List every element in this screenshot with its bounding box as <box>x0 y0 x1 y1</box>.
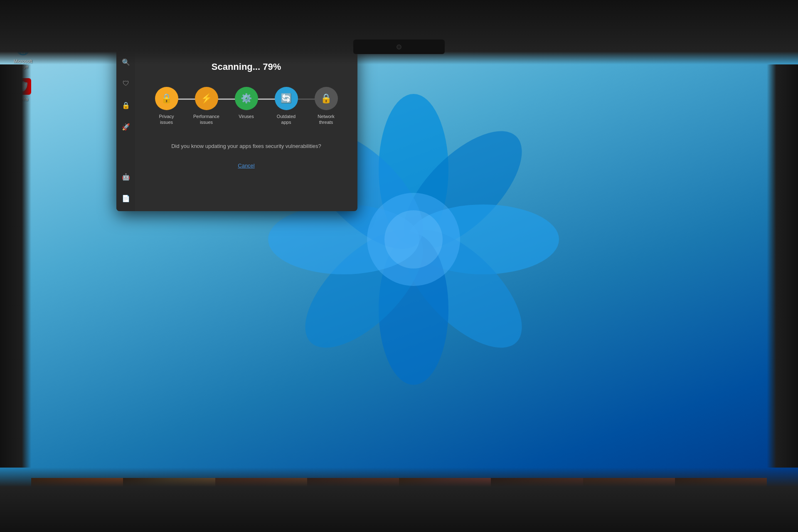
scan-steps: 🔒 Privacy issues ⚡ Performanceissues <box>147 87 346 126</box>
widgets-icon[interactable]: 🎨 <box>783 518 792 526</box>
avira-logo: A <box>121 37 129 45</box>
speaker-icon[interactable]: 🔊 <box>718 518 726 526</box>
notification-icon[interactable]: 🔔 <box>773 519 780 525</box>
account-label: My account <box>232 38 257 44</box>
search-icon: 🔍 <box>298 519 304 525</box>
taskbar-app-store[interactable]: 🛍️ <box>439 515 454 530</box>
taskbar-app-firefox[interactable]: 🦊 <box>376 515 391 530</box>
gear-icon[interactable]: ⚙ <box>283 37 292 45</box>
account-lock-icon: 🔒 <box>224 38 230 44</box>
window-title: Avira Prime <box>132 38 204 44</box>
recycle-bin-image: 🗑️ <box>15 8 31 25</box>
taskbar-app-edge[interactable]: 🌐 <box>407 515 422 530</box>
mail-icon[interactable]: ✉ <box>207 37 216 45</box>
account-chevron-icon: ▾ <box>259 38 261 44</box>
avira-label: Avira <box>18 96 28 102</box>
recycle-bin-icon[interactable]: 🗑️ Recycle Bin <box>8 8 37 32</box>
taskbar: 🌙 56°FClear ⊞ 🔍 Search 🦊 📁 🌐 🌐 🛍️ ⚙️ 📺 👥… <box>0 512 798 532</box>
desktop-background: 🗑️ Recycle Bin 🌐 Microsoft Edge 🛡️ Avira… <box>0 0 798 532</box>
tip-text: Did you know updating your apps fixes se… <box>171 142 321 150</box>
maximize-button[interactable]: ⊡ <box>325 35 337 47</box>
weather-info: 56°FClear <box>15 498 26 510</box>
taskbar-app-explorer[interactable]: 📁 <box>392 515 406 530</box>
microsoft-edge-label: Microsoft Edge <box>8 59 37 69</box>
clock-date: 8/7/2024 <box>750 522 770 528</box>
taskbar-apps: 🦊 📁 🌐 🌐 🛍️ ⚙️ 📺 👥 🛡️ <box>376 515 517 530</box>
search-bar[interactable]: 🔍 Search <box>291 517 374 527</box>
avira-window: A Avira Prime ✉ 🔒 My account ▾ ⊡ ⚙ ? — ⊡… <box>116 33 357 211</box>
desktop-icons-area: 🗑️ Recycle Bin 🌐 Microsoft Edge 🛡️ Avira <box>8 8 37 102</box>
window-body: 🔍 🛡 🔒 🚀 🤖 📄 Scanning... 79% 🔒 <box>116 49 357 211</box>
scanning-status: Scanning... 79% <box>212 62 281 72</box>
recycle-bin-label: Recycle Bin <box>11 27 35 32</box>
weather-icon: 🌙 <box>6 501 13 508</box>
battery-icon[interactable]: 🔋 <box>740 519 747 525</box>
taskbar-app-edge2[interactable]: 🌐 <box>423 515 438 530</box>
search-placeholder: Search <box>307 519 323 525</box>
sidebar-rocket-icon[interactable]: 🚀 <box>119 120 133 133</box>
sidebar-document-icon[interactable]: 📄 <box>119 192 133 205</box>
account-button[interactable]: 🔒 My account ▾ <box>221 37 265 45</box>
scan-step-outdated: 🔄 Outdated apps <box>266 87 306 126</box>
taskbar-center: ⊞ 🔍 Search 🦊 📁 🌐 🌐 🛍️ ⚙️ 📺 👥 🛡️ <box>83 515 708 530</box>
help-icon[interactable]: ? <box>297 37 303 45</box>
sidebar-search-icon[interactable]: 🔍 <box>119 55 133 69</box>
titlebar-controls: ✉ 🔒 My account ▾ ⊡ ⚙ ? — ⊡ ✕ <box>207 35 353 47</box>
scan-step-network: 🔒 Network threats <box>306 87 346 126</box>
scan-step-viruses: ⚙️ Viruses <box>227 87 266 119</box>
taskbar-app-avira[interactable]: 🛡️ <box>502 515 517 530</box>
minimize-button[interactable]: — <box>308 35 320 47</box>
avira-icon[interactable]: 🛡️ Avira <box>8 78 37 102</box>
svg-point-9 <box>384 210 443 268</box>
microsoft-edge-image: 🌐 <box>15 40 31 57</box>
sidebar-shield-icon[interactable]: 🛡 <box>119 77 133 90</box>
start-button[interactable]: ⊞ <box>274 515 289 530</box>
cancel-button[interactable]: Cancel <box>238 163 254 169</box>
weather-widget: 🌙 56°FClear <box>6 498 26 510</box>
microsoft-edge-icon[interactable]: 🌐 Microsoft Edge <box>8 40 37 69</box>
network-icon[interactable]: 💻 <box>729 519 736 525</box>
network-circle: 🔒 <box>315 87 338 110</box>
performance-label: Performanceissues <box>193 113 219 126</box>
sidebar-lock-icon[interactable]: 🔒 <box>119 99 133 112</box>
privacy-label: Privacy issues <box>152 113 181 126</box>
taskbar-time: 10:15 PM 8/7/2024 <box>750 516 770 529</box>
window-sidebar: 🔍 🛡 🔒 🚀 🤖 📄 <box>116 49 135 211</box>
close-button[interactable]: ✕ <box>342 35 353 47</box>
avira-image: 🛡️ <box>15 78 31 95</box>
taskbar-right: 🔼 🔊 💻 🔋 10:15 PM 8/7/2024 🔔 🎨 <box>708 516 798 529</box>
scan-step-privacy: 🔒 Privacy issues <box>147 87 187 126</box>
outdated-circle: 🔄 <box>275 87 298 110</box>
network-label: Network threats <box>312 113 341 126</box>
scan-step-performance: ⚡ Performanceissues <box>187 87 227 126</box>
window-titlebar: A Avira Prime ✉ 🔒 My account ▾ ⊡ ⚙ ? — ⊡… <box>116 33 357 49</box>
privacy-circle: 🔒 <box>155 87 178 110</box>
clock-time: 10:15 PM <box>750 516 770 522</box>
performance-circle: ⚡ <box>195 87 218 110</box>
taskbar-app-teams[interactable]: 👥 <box>486 515 501 530</box>
taskbar-app-settings[interactable]: ⚙️ <box>455 515 470 530</box>
outdated-label: Outdated apps <box>272 113 301 126</box>
viruses-circle: ⚙️ <box>235 87 258 110</box>
sidebar-agent-icon[interactable]: 🤖 <box>119 170 133 183</box>
viruses-label: Viruses <box>239 113 254 119</box>
monitor-icon[interactable]: ⊡ <box>270 37 278 45</box>
scan-content: Scanning... 79% 🔒 Privacy issues <box>135 49 357 211</box>
taskbar-app-netflix[interactable]: 📺 <box>470 515 485 530</box>
system-chevron-icon[interactable]: 🔼 <box>708 519 714 525</box>
